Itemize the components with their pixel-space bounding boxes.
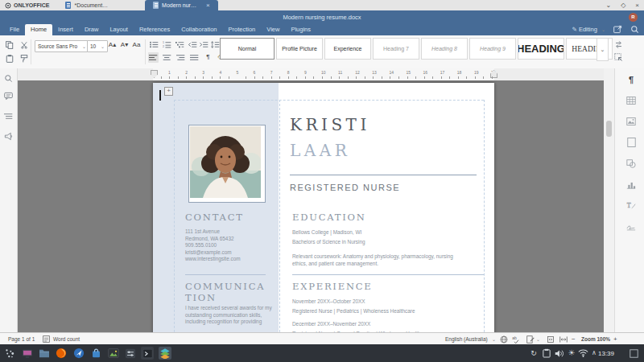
menu-tab-plugins[interactable]: Plugins [285,24,316,35]
document-canvas[interactable]: + [18,80,604,332]
set-language-globe-icon[interactable] [499,335,508,343]
spell-check-icon[interactable]: ab [512,335,521,343]
replace-button[interactable] [613,39,624,50]
style-profile-picture[interactable]: Profile Picture [276,38,323,60]
numbered-list-button[interactable]: 12 [162,39,172,50]
menu-tab-protection[interactable]: Protection [222,24,261,35]
app-launcher-icon[interactable] [3,347,16,360]
font-size-select[interactable]: 10⌄ [87,40,108,52]
scrollbar-thumb[interactable] [606,121,612,137]
menu-tab-layout[interactable]: Layout [104,24,134,35]
style-normal[interactable]: Normal [220,38,275,60]
onlyoffice-app-icon[interactable] [159,347,171,360]
style-heading-9[interactable]: Heading 9 [469,38,516,60]
nonprinting-characters-button[interactable]: ¶ [203,51,213,62]
font-name-select[interactable]: Source Sans Pro⌄ [35,40,89,52]
copy-button[interactable] [4,39,14,50]
search-icon[interactable] [630,25,639,34]
open-file-location-icon[interactable] [613,25,622,34]
increase-indent-button[interactable] [199,39,209,50]
text-art-settings-icon[interactable]: T [625,200,637,211]
style-heading-8[interactable]: Heading 8 [421,38,468,60]
paragraph-settings-icon[interactable]: ¶ [625,74,637,85]
align-right-button[interactable] [175,52,186,63]
change-case-button[interactable]: Aa [131,39,142,50]
menu-tab-file[interactable]: File [4,24,25,35]
fit-page-icon[interactable] [546,335,555,343]
cut-button[interactable] [19,39,29,50]
word-count-icon[interactable] [42,335,51,343]
styles-gallery-expand-button[interactable]: ⌄ [597,38,609,61]
window-controls: ⌄ ◇ × [605,0,639,10]
paste-button[interactable] [4,53,14,64]
firefox-icon[interactable] [55,347,68,360]
document-tab-inactive[interactable]: *Document… [57,0,116,10]
align-justify-button[interactable] [189,52,200,63]
style-heading-big[interactable]: HEADING [518,38,564,60]
shape-settings-icon[interactable] [625,158,637,169]
sync-tray-icon[interactable]: ↻ [527,347,540,360]
vertical-scrollbar[interactable] [604,68,614,332]
editing-mode-button[interactable]: ✎ Editing ⌄ [572,26,605,33]
indent-marker-left[interactable] [151,70,158,78]
zoom-level[interactable]: Zoom 100% [581,336,610,342]
select-all-button[interactable] [613,52,624,63]
plasma-browser-icon[interactable] [72,347,85,360]
menu-tab-insert[interactable]: Insert [52,24,79,35]
show-desktop-icon[interactable] [627,347,640,360]
align-left-button[interactable] [148,52,159,63]
chart-settings-icon[interactable] [625,179,637,190]
file-manager-icon[interactable] [38,347,51,360]
decrease-indent-button[interactable] [188,39,198,50]
terminal-icon[interactable] [141,347,154,360]
profile-photo[interactable] [188,125,266,203]
horizontal-ruler[interactable]: 1234567891011121314151617181920 [153,68,494,80]
document-page[interactable]: + [153,83,494,332]
table-move-handle[interactable]: + [164,87,173,96]
menu-tab-view[interactable]: View [261,24,285,35]
navigation-headings-icon[interactable] [3,111,14,121]
display-settings-icon[interactable] [21,347,34,360]
experience-dates: December 20XX–November 20XX [292,321,370,328]
settings-sliders-icon[interactable] [124,347,137,360]
document-tab-active[interactable]: Modern nur… × [145,0,217,10]
increment-font-button[interactable]: A▴ [107,39,118,50]
zoom-out-button[interactable]: − [572,335,576,343]
window-maximize-icon[interactable]: ◇ [621,2,625,9]
window-close-icon[interactable]: × [635,2,639,9]
signature-settings-icon[interactable] [625,220,637,232]
user-avatar[interactable]: R [629,13,638,22]
menu-tab-collaboration[interactable]: Collaboration [175,24,222,35]
search-icon[interactable] [3,73,14,84]
menu-tab-home[interactable]: Home [25,24,52,35]
zoom-in-button[interactable]: + [613,335,617,343]
format-painter-button[interactable] [19,53,29,64]
resume-last-name: LAAR [290,141,350,160]
language-selector[interactable]: English (Australia) [445,336,488,342]
header-footer-settings-icon[interactable] [625,137,637,148]
menu-tab-draw[interactable]: Draw [79,24,105,35]
window-minimize-icon[interactable]: ⌄ [605,2,611,9]
multilevel-list-button[interactable] [175,39,185,50]
volume-tray-icon[interactable] [553,347,566,360]
align-center-button[interactable] [162,52,172,63]
bullets-list-button[interactable] [149,39,159,50]
style-heading-7[interactable]: Heading 7 [373,38,419,60]
comments-icon[interactable] [3,91,14,101]
clipboard-tray-icon[interactable] [540,347,553,360]
menu-tab-references[interactable]: References [134,24,175,35]
discover-store-icon[interactable] [89,347,102,360]
feedback-support-icon[interactable] [3,131,14,142]
document-tab-label: *Document… [74,2,108,8]
word-count-button[interactable]: Word count [53,336,80,342]
track-changes-icon[interactable] [526,335,535,343]
table-settings-icon[interactable] [625,95,637,106]
decrement-font-button[interactable]: A▾ [119,39,130,50]
fit-width-icon[interactable] [559,335,568,343]
image-settings-icon[interactable] [625,116,637,127]
page-indicator[interactable]: Page 1 of 1 [8,336,35,342]
style-experience[interactable]: Experience [324,38,371,60]
photos-icon[interactable] [107,347,120,360]
taskbar-clock[interactable]: 13:39 [598,350,614,357]
tab-close-icon[interactable]: × [206,2,210,9]
